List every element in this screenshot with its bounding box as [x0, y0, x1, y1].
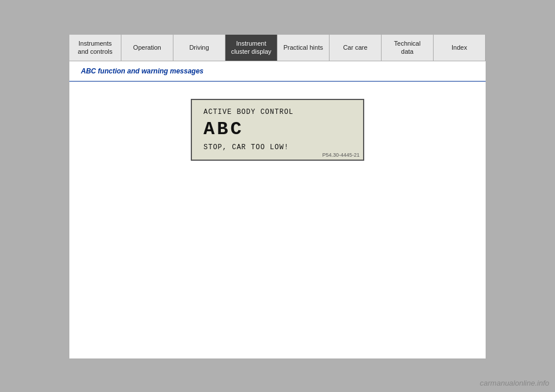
display-line2: ABC: [204, 119, 352, 140]
nav-item-practical-hints[interactable]: Practical hints: [278, 35, 330, 61]
content-area: Instrumentsand controls Operation Drivin…: [69, 35, 486, 358]
nav-item-car-care[interactable]: Car care: [330, 35, 382, 61]
nav-item-instruments-and-controls[interactable]: Instrumentsand controls: [69, 35, 121, 61]
display-line3: STOP, CAR TOO LOW!: [204, 143, 352, 151]
nav-item-operation[interactable]: Operation: [121, 35, 173, 61]
section-title: ABC function and warning messages: [69, 61, 486, 82]
display-line1: ACTIVE BODY CONTROL: [204, 108, 352, 116]
nav-item-technical-data[interactable]: Technicaldata: [382, 35, 434, 61]
navigation-bar: Instrumentsand controls Operation Drivin…: [69, 35, 486, 61]
display-container: ACTIVE BODY CONTROL ABC STOP, CAR TOO LO…: [69, 93, 486, 167]
abc-display-box: ACTIVE BODY CONTROL ABC STOP, CAR TOO LO…: [191, 99, 364, 161]
display-reference: P54.30-4445-21: [322, 152, 360, 158]
nav-item-instrument-cluster-display[interactable]: Instrumentcluster display: [225, 35, 278, 61]
nav-item-index[interactable]: Index: [434, 35, 486, 61]
watermark: carmanualonline.info: [480, 379, 549, 387]
section-title-text: ABC function and warning messages: [81, 67, 204, 75]
nav-item-driving[interactable]: Driving: [173, 35, 225, 61]
watermark-text: carmanualonline.info: [480, 379, 549, 387]
